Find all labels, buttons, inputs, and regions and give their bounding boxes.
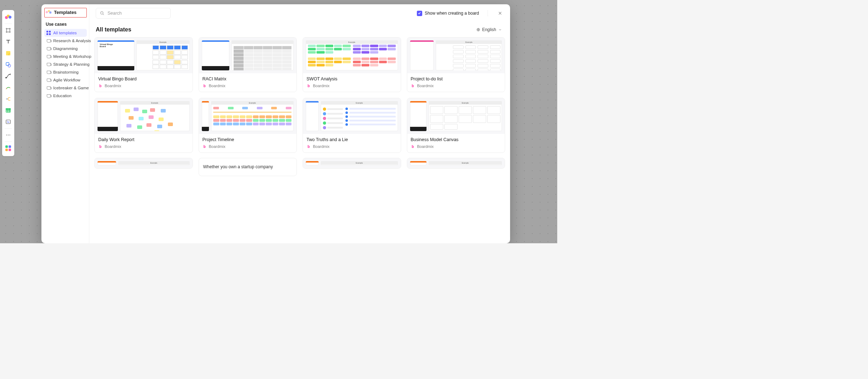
globe-icon bbox=[476, 28, 480, 32]
connector-tool[interactable] bbox=[3, 71, 13, 81]
template-thumbnail: Example bbox=[303, 38, 401, 73]
pen-icon bbox=[5, 84, 11, 91]
text-icon bbox=[5, 39, 11, 45]
pen-tool[interactable] bbox=[3, 83, 13, 93]
mindmap-icon bbox=[5, 96, 11, 102]
author-label: Boardmix bbox=[209, 144, 225, 149]
category-brainstorm[interactable]: Brainstorming bbox=[44, 68, 87, 76]
template-thumbnail: Example bbox=[199, 98, 297, 134]
template-card[interactable]: Example Business Model Canvas b Boardmix bbox=[407, 98, 505, 153]
apps-tool[interactable] bbox=[3, 143, 13, 153]
svg-point-9 bbox=[101, 12, 103, 14]
template-card[interactable]: RACI Matrix b Boardmix bbox=[199, 37, 297, 92]
search-box[interactable] bbox=[96, 8, 171, 19]
mug-icon bbox=[46, 54, 51, 59]
author-label: Boardmix bbox=[105, 144, 121, 149]
template-card[interactable]: Virtual BingoBoard Example Virtual Bingo… bbox=[94, 37, 193, 92]
partial-card-grid: ExampleWhether you own a startup company… bbox=[94, 158, 505, 181]
use-cases-label: Use cases bbox=[44, 20, 87, 29]
svg-rect-0 bbox=[6, 51, 10, 55]
template-thumbnail: Example bbox=[407, 158, 505, 168]
close-button[interactable] bbox=[497, 10, 504, 17]
cards-scroll[interactable]: Virtual BingoBoard Example Virtual Bingo… bbox=[89, 37, 510, 243]
shape-tool[interactable] bbox=[3, 60, 13, 70]
apps-icon bbox=[5, 145, 11, 151]
show-checkbox-label: Show when creating a board bbox=[425, 11, 479, 16]
category-label: Agile Workflow bbox=[53, 78, 80, 82]
svg-point-2 bbox=[8, 64, 11, 67]
mindmap-tool[interactable] bbox=[3, 94, 13, 104]
boardmix-logo-icon: b bbox=[306, 144, 311, 149]
close-icon bbox=[498, 11, 503, 16]
category-label: All templates bbox=[53, 31, 77, 35]
text-block-tool[interactable] bbox=[3, 117, 13, 127]
template-title: Two Truths and a Lie bbox=[306, 137, 397, 142]
shape-icon bbox=[5, 61, 11, 68]
table-tool[interactable] bbox=[3, 105, 13, 115]
template-card[interactable]: Example bbox=[303, 158, 401, 169]
boardmix-logo-icon: b bbox=[306, 84, 311, 88]
category-strategy[interactable]: Strategy & Planning bbox=[44, 60, 87, 68]
template-card[interactable]: Whether you own a startup company bbox=[199, 158, 297, 176]
language-selector[interactable]: English bbox=[476, 27, 502, 32]
template-author: b Boardmix bbox=[98, 84, 189, 88]
author-label: Boardmix bbox=[417, 144, 434, 149]
category-label: Meeting & Workshop bbox=[53, 54, 91, 59]
template-card[interactable]: Example Project Timeline b Boardmix bbox=[199, 98, 297, 153]
svg-point-6 bbox=[6, 135, 7, 135]
table-icon bbox=[5, 107, 11, 114]
mug-icon bbox=[46, 86, 51, 90]
category-diagram[interactable]: Diagramming bbox=[44, 45, 87, 53]
templates-header[interactable]: Templates bbox=[44, 8, 87, 18]
category-label: Education bbox=[53, 94, 71, 98]
logo-tool[interactable] bbox=[3, 12, 13, 22]
mug-icon bbox=[46, 46, 51, 51]
category-all[interactable]: All templates bbox=[44, 29, 87, 37]
template-thumbnail: Example bbox=[303, 98, 401, 134]
template-card[interactable]: Example Project to-do list b Boardmix bbox=[407, 37, 505, 92]
sticky-note-tool[interactable] bbox=[3, 48, 13, 58]
grid-icon bbox=[46, 31, 51, 35]
category-icebreaker[interactable]: Icebreaker & Game bbox=[44, 84, 87, 92]
template-card[interactable]: Example bbox=[407, 158, 505, 169]
chevron-down-icon bbox=[498, 28, 502, 32]
template-thumbnail: Example bbox=[95, 98, 193, 134]
boardmix-logo-icon: b bbox=[203, 84, 207, 88]
mug-icon bbox=[46, 78, 51, 82]
category-research[interactable]: Research & Analysis bbox=[44, 37, 87, 45]
template-card[interactable]: Example Two Truths and a Lie b Boardmix bbox=[303, 98, 401, 153]
modal-sidebar: Templates Use cases All templatesResearc… bbox=[41, 4, 89, 243]
category-education[interactable]: Education bbox=[44, 92, 87, 100]
templates-modal: Templates Use cases All templatesResearc… bbox=[41, 4, 510, 243]
template-card[interactable]: Example Daily Work Report b Boardmix bbox=[94, 98, 193, 153]
template-thumbnail: Example bbox=[407, 38, 505, 73]
author-label: Boardmix bbox=[417, 84, 434, 88]
modal-top-row: Show when creating a board bbox=[89, 4, 510, 21]
more-tool[interactable] bbox=[3, 130, 13, 140]
boardmix-logo-icon: b bbox=[411, 84, 415, 88]
text-tool[interactable] bbox=[3, 37, 13, 47]
heading-row: All templates English bbox=[89, 21, 510, 37]
template-snippet: Whether you own a startup company bbox=[199, 158, 297, 176]
category-meeting[interactable]: Meeting & Workshop bbox=[44, 53, 87, 60]
toolbar-divider bbox=[5, 141, 12, 142]
category-label: Icebreaker & Game bbox=[53, 86, 89, 90]
search-input[interactable] bbox=[108, 11, 167, 16]
template-card[interactable]: Example SWOT Analysis b Boardmix bbox=[303, 37, 401, 92]
frame-tool[interactable] bbox=[3, 25, 13, 35]
mug-icon bbox=[46, 70, 51, 74]
template-title: Business Model Canvas bbox=[411, 137, 502, 142]
svg-rect-1 bbox=[6, 63, 9, 65]
template-author: b Boardmix bbox=[98, 144, 189, 149]
category-agile[interactable]: Agile Workflow bbox=[44, 76, 87, 84]
search-icon bbox=[100, 11, 105, 16]
template-author: b Boardmix bbox=[411, 144, 502, 149]
templates-icon bbox=[45, 10, 52, 15]
template-card[interactable]: Example bbox=[94, 158, 193, 169]
template-author: b Boardmix bbox=[411, 84, 502, 88]
boardmix-logo-icon bbox=[5, 15, 11, 20]
svg-point-3 bbox=[6, 77, 7, 78]
template-thumbnail: Example bbox=[95, 158, 193, 168]
show-when-creating-checkbox[interactable]: Show when creating a board bbox=[417, 11, 479, 16]
language-label: English bbox=[482, 27, 496, 32]
